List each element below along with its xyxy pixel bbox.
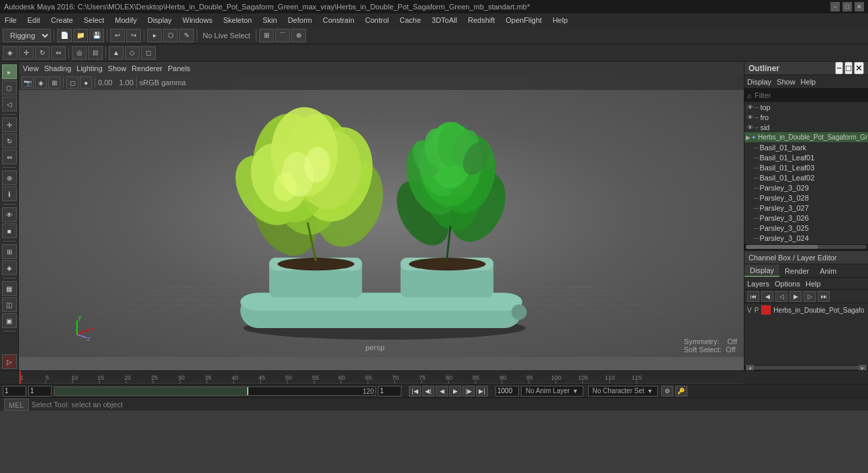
select-mode-btn[interactable]: ▸ bbox=[2, 64, 17, 79]
outliner-scrollbar[interactable] bbox=[744, 244, 868, 250]
select-btn[interactable]: ◈ bbox=[3, 46, 17, 60]
soft-select-btn[interactable]: ◎ bbox=[72, 46, 87, 60]
misc-btn3[interactable]: ▣ bbox=[2, 313, 17, 328]
menu-file[interactable]: File bbox=[3, 15, 19, 25]
save-file-btn[interactable]: 💾 bbox=[89, 29, 104, 42]
layer-row[interactable]: V P Herbs_in_Double_Pot_Sagafo bbox=[744, 303, 868, 317]
menu-deform[interactable]: Deform bbox=[286, 15, 314, 25]
go-end-btn[interactable]: ▶| bbox=[476, 386, 488, 397]
maximize-button[interactable]: □ bbox=[842, 2, 852, 11]
snap-point-btn[interactable]: ⊕ bbox=[291, 29, 306, 42]
cb-scroll-left[interactable]: ◂ bbox=[746, 365, 754, 370]
menu-redshift[interactable]: Redshift bbox=[466, 15, 497, 25]
snap-grid-btn[interactable]: ⊞ bbox=[259, 29, 274, 42]
outliner-search-input[interactable] bbox=[755, 91, 865, 99]
cb-help-menu[interactable]: Help bbox=[806, 280, 821, 288]
outliner-help-menu[interactable]: Help bbox=[801, 78, 816, 86]
menu-3dtoall[interactable]: 3DToAll bbox=[430, 15, 459, 25]
viewport-menu-renderer[interactable]: Renderer bbox=[132, 64, 162, 72]
menu-modify[interactable]: Modify bbox=[113, 15, 138, 25]
scale-tool-btn[interactable]: ⇔ bbox=[2, 150, 17, 164]
scale-btn[interactable]: ⇔ bbox=[51, 46, 66, 60]
outliner-display-menu[interactable]: Display bbox=[747, 78, 771, 86]
redo-btn[interactable]: ↪ bbox=[126, 29, 141, 42]
tree-item-sid[interactable]: 👁 ─ sid bbox=[744, 122, 868, 132]
snap-curve-btn[interactable]: ⌒ bbox=[275, 29, 290, 42]
snap-btn[interactable]: ⊕ bbox=[2, 170, 17, 185]
cb-layers-menu[interactable]: Layers bbox=[747, 280, 769, 288]
deform-btn2[interactable]: ◈ bbox=[2, 260, 17, 275]
menu-constrain[interactable]: Constrain bbox=[321, 15, 356, 25]
menu-create[interactable]: Create bbox=[49, 15, 75, 25]
select-tool-btn[interactable]: ▸ bbox=[147, 29, 162, 42]
outliner-close-btn[interactable]: ✕ bbox=[854, 62, 864, 74]
menu-skeleton[interactable]: Skeleton bbox=[221, 15, 254, 25]
play-fwd-btn[interactable]: ▶ bbox=[449, 386, 461, 397]
vp-smooth-btn[interactable]: ● bbox=[80, 76, 92, 89]
vp-select-btn[interactable]: ◈ bbox=[35, 76, 47, 89]
go-start-btn[interactable]: |◀ bbox=[409, 386, 421, 397]
anim-settings-btn[interactable]: ⚙ bbox=[661, 386, 673, 397]
cb-scroll-right[interactable]: ▸ bbox=[859, 365, 867, 370]
menu-openflight[interactable]: OpenFlight bbox=[503, 15, 544, 25]
range-start-input[interactable] bbox=[28, 386, 52, 397]
menu-cache[interactable]: Cache bbox=[397, 15, 423, 25]
menu-display[interactable]: Display bbox=[146, 15, 174, 25]
play-back-btn[interactable]: ◀ bbox=[436, 386, 448, 397]
tree-item-fro[interactable]: 👁 ─ fro bbox=[744, 112, 868, 122]
tree-item-parsley025[interactable]: ─ Parsley_3_025 bbox=[744, 223, 868, 233]
anim-layer-selector[interactable]: No Anim Layer ▼ bbox=[521, 386, 583, 397]
character-set-selector[interactable]: No Character Set ▼ bbox=[588, 386, 658, 397]
viewport-menu-shading[interactable]: Shading bbox=[44, 64, 71, 72]
info-btn[interactable]: ℹ bbox=[2, 187, 17, 201]
undo-btn[interactable]: ↩ bbox=[110, 29, 125, 42]
range-end-input[interactable] bbox=[378, 386, 401, 397]
tree-item-top[interactable]: 👁 ─ top bbox=[744, 102, 868, 112]
tree-item-basil-bark[interactable]: ─ Basil_01_bark bbox=[744, 142, 868, 152]
subdiv-btn[interactable]: ◻ bbox=[141, 46, 156, 60]
mel-script-btn[interactable]: MEL bbox=[4, 399, 29, 411]
menu-select[interactable]: Select bbox=[82, 15, 107, 25]
cb-anim-play-rev[interactable]: ◁ bbox=[775, 291, 787, 302]
cb-anim-fwd[interactable]: ⏭ bbox=[818, 291, 830, 302]
timeline-ruler[interactable]: 1 5 10 15 20 25 30 35 40 45 50 bbox=[19, 371, 744, 384]
paint-select-btn[interactable]: ⬡ bbox=[2, 81, 17, 95]
show-hide-btn[interactable]: 👁 bbox=[2, 207, 17, 222]
mode-dropdown[interactable]: Rigging bbox=[3, 29, 51, 42]
cb-tab-display[interactable]: Display bbox=[744, 264, 779, 277]
step-fwd-btn[interactable]: |▶ bbox=[463, 386, 475, 397]
tree-item-herbs-group[interactable]: ▶ ✦ Herbs_in_Double_Pot_Sagaform_Gre bbox=[744, 132, 868, 142]
step-back-btn[interactable]: ◀| bbox=[422, 386, 434, 397]
cb-anim-next[interactable]: ▷ bbox=[804, 291, 816, 302]
tree-item-parsley029[interactable]: ─ Parsley_3_029 bbox=[744, 182, 868, 193]
misc-btn2[interactable]: ◫ bbox=[2, 297, 17, 312]
menu-help[interactable]: Help bbox=[550, 15, 570, 25]
minimize-button[interactable]: − bbox=[830, 2, 840, 11]
lasso-select-btn[interactable]: ◁ bbox=[2, 97, 17, 111]
new-file-btn[interactable]: 📄 bbox=[57, 29, 72, 42]
tree-item-parsley024[interactable]: ─ Parsley_3_024 bbox=[744, 233, 868, 243]
viewport-menu-lighting[interactable]: Lighting bbox=[77, 64, 103, 72]
cb-tab-anim[interactable]: Anim bbox=[814, 264, 842, 277]
cb-tab-render[interactable]: Render bbox=[779, 264, 814, 277]
misc-btn4[interactable]: ▷ bbox=[2, 354, 17, 369]
vp-camera-btn[interactable]: 📷 bbox=[21, 76, 34, 89]
sym-btn[interactable]: ⊟ bbox=[88, 46, 103, 60]
tree-item-parsley026[interactable]: ─ Parsley_3_026 bbox=[744, 213, 868, 223]
outliner-show-menu[interactable]: Show bbox=[777, 78, 795, 86]
viewport[interactable]: View Shading Lighting Show Renderer Pane… bbox=[19, 62, 744, 370]
rotate-tool-btn[interactable]: ↻ bbox=[2, 134, 17, 148]
close-button[interactable]: ✕ bbox=[855, 2, 864, 11]
cb-scrollbar[interactable]: ◂ ▸ bbox=[744, 365, 868, 370]
viewport-menu-panels[interactable]: Panels bbox=[168, 64, 191, 72]
nurbs-btn[interactable]: ◇ bbox=[125, 46, 140, 60]
cb-anim-back[interactable]: ⏮ bbox=[747, 291, 759, 302]
viewport-menu-view[interactable]: View bbox=[23, 64, 39, 72]
current-frame-input[interactable] bbox=[3, 386, 26, 397]
rigging-btn[interactable]: ⊞ bbox=[2, 244, 17, 259]
playback-range-bar[interactable]: 120 bbox=[54, 386, 376, 396]
open-file-btn[interactable]: 📁 bbox=[73, 29, 88, 42]
tree-item-parsley027[interactable]: ─ Parsley_3_027 bbox=[744, 203, 868, 213]
outliner-min-btn[interactable]: − bbox=[835, 62, 843, 74]
poly-btn[interactable]: ▲ bbox=[109, 46, 124, 60]
